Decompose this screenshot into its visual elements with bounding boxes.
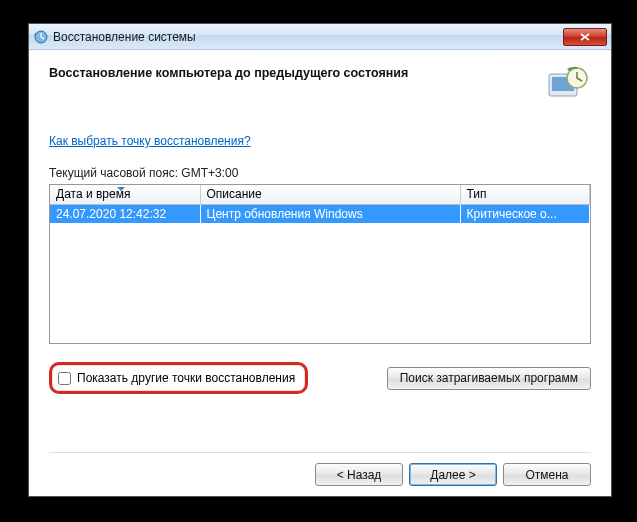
system-restore-window: Восстановление системы Восстановление ко… [28, 23, 612, 497]
close-button[interactable] [563, 28, 607, 46]
titlebar: Восстановление системы [29, 24, 611, 50]
col-description[interactable]: Описание [200, 185, 460, 204]
show-more-highlight: Показать другие точки восстановления [49, 362, 308, 394]
wizard-content: Восстановление компьютера до предыдущего… [29, 50, 611, 496]
back-button[interactable]: < Назад [315, 463, 403, 486]
show-more-label: Показать другие точки восстановления [77, 371, 295, 385]
restore-clock-icon [543, 64, 591, 106]
system-restore-icon [33, 29, 49, 45]
wizard-heading: Восстановление компьютера до предыдущего… [49, 64, 535, 80]
help-link[interactable]: Как выбрать точку восстановления? [49, 134, 251, 148]
cell-type: Критическое о... [460, 204, 590, 223]
restore-points-table[interactable]: Дата и время Описание Тип 24.07.2020 12:… [49, 184, 591, 344]
show-more-checkbox[interactable] [58, 372, 71, 385]
next-button[interactable]: Далее > [409, 463, 497, 486]
table-row[interactable]: 24.07.2020 12:42:32 Центр обновления Win… [50, 204, 590, 223]
scan-affected-button[interactable]: Поиск затрагиваемых программ [387, 367, 591, 390]
cell-description: Центр обновления Windows [200, 204, 460, 223]
cell-datetime: 24.07.2020 12:42:32 [50, 204, 200, 223]
window-title: Восстановление системы [53, 30, 563, 44]
timezone-label: Текущий часовой пояс: GMT+3:00 [49, 166, 591, 180]
wizard-footer: < Назад Далее > Отмена [49, 452, 591, 486]
col-type[interactable]: Тип [460, 185, 590, 204]
col-datetime[interactable]: Дата и время [50, 185, 200, 204]
cancel-button[interactable]: Отмена [503, 463, 591, 486]
